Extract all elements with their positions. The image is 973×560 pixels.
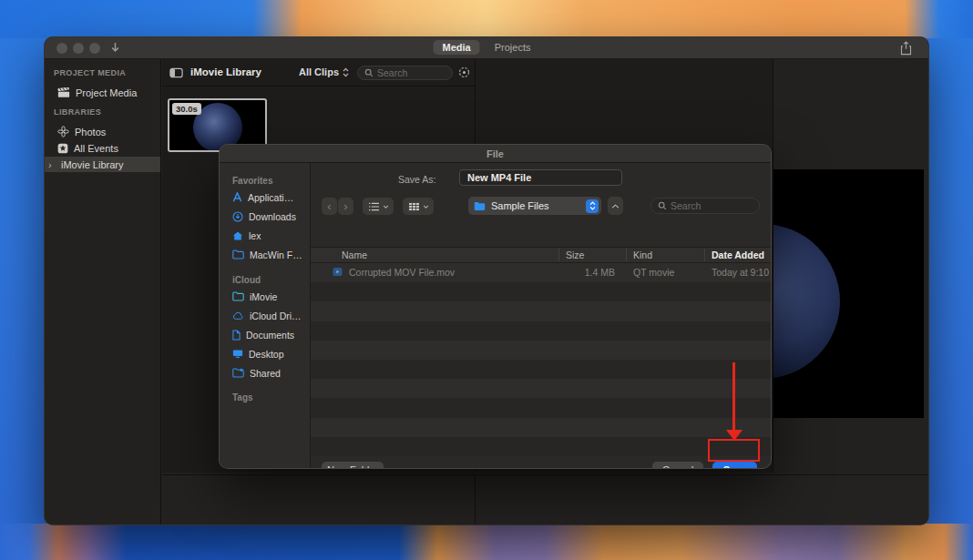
sidebar-item-applications[interactable]: Applicati…	[232, 190, 293, 204]
viewer-screen	[773, 169, 924, 418]
sidebar-item-downloads[interactable]: Downloads	[232, 209, 296, 223]
sidebar-item-label: lex	[249, 230, 261, 241]
dialog-content: Save As: ‹ › Sample Files	[311, 163, 771, 468]
sidebar-item-label: Applicati…	[248, 192, 293, 203]
table-row[interactable]: Corrupted MOV File.mov 1.4 MB QT movie T…	[311, 263, 771, 282]
column-size[interactable]: Size	[566, 249, 584, 260]
favorites-header: Favorites	[232, 176, 272, 186]
browser-title: iMovie Library	[190, 66, 261, 77]
import-download-icon[interactable]	[110, 42, 120, 55]
sidebar-item-label: Photos	[75, 127, 106, 137]
column-name[interactable]: Name	[342, 249, 367, 260]
sidebar-item-label: All Events	[74, 143, 118, 154]
sidebar-item-label: Shared	[250, 368, 281, 379]
new-folder-button[interactable]: New Folder	[322, 462, 384, 469]
empty-row	[311, 437, 771, 456]
tab-projects[interactable]: Projects	[486, 40, 540, 55]
empty-row	[311, 379, 771, 398]
finder-sidebar: Favorites Applicati… Downloads lex MacWi…	[220, 163, 311, 468]
clips-filter-dropdown[interactable]: All Clips	[299, 66, 349, 77]
disclosure-chevron-icon[interactable]: ›	[48, 159, 56, 170]
minimize-window-button[interactable]	[73, 43, 84, 54]
grid-view-button[interactable]	[403, 198, 434, 215]
column-divider[interactable]	[704, 249, 705, 261]
project-media-header: PROJECT MEDIA	[54, 68, 126, 77]
titlebar: Media Projects	[45, 37, 928, 59]
folder-icon	[232, 249, 244, 260]
icloud-header: iCloud	[232, 275, 261, 285]
sidebar-item-label: Downloads	[249, 211, 296, 222]
filter-icon[interactable]	[458, 66, 470, 78]
shared-folder-icon	[232, 368, 244, 378]
forward-button[interactable]: ›	[338, 198, 353, 215]
browser-search-field[interactable]	[357, 66, 453, 80]
sidebar-item-imovie-folder[interactable]: iMovie	[232, 290, 277, 303]
empty-row	[311, 398, 771, 417]
file-name: Corrupted MOV File.mov	[349, 267, 455, 278]
downloads-icon	[232, 211, 243, 222]
chevron-left-icon: ‹	[327, 199, 331, 214]
zoom-window-button[interactable]	[89, 43, 100, 54]
cancel-button[interactable]: Cancel	[652, 462, 703, 469]
location-label: Sample Files	[491, 200, 549, 211]
tab-media[interactable]: Media	[434, 40, 480, 55]
list-view-button[interactable]	[363, 198, 394, 215]
timeline-area	[162, 474, 928, 525]
browser-search-input[interactable]	[377, 67, 446, 78]
sidebar-item-label: iCloud Dri…	[250, 311, 302, 321]
empty-row	[311, 321, 771, 341]
chevron-right-icon: ›	[343, 199, 347, 214]
sidebar-item-imovie-library[interactable]: › iMovie Library	[45, 157, 160, 172]
file-row-corrupted-mov[interactable]: Corrupted MOV File.mov 1.4 MB QT movie T…	[311, 263, 771, 282]
sidebar-item-macwin-folder[interactable]: MacWin F…	[232, 248, 302, 261]
share-icon[interactable]	[900, 41, 912, 56]
empty-row	[311, 341, 771, 360]
applications-icon	[232, 192, 242, 202]
earth-preview-image	[773, 224, 840, 379]
save-dialog: File Favorites Applicati… Downloads lex …	[219, 144, 772, 469]
save-as-input[interactable]	[459, 169, 622, 186]
dialog-search-input[interactable]	[671, 200, 753, 211]
sidebar-item-label: iMovie Library	[61, 159, 123, 170]
file-list-header: Name Size Kind Date Added	[311, 247, 771, 263]
column-divider[interactable]	[558, 249, 559, 261]
collapse-dialog-button[interactable]	[608, 197, 623, 215]
column-divider[interactable]	[626, 249, 627, 261]
sidebar-item-home[interactable]: lex	[232, 229, 261, 242]
location-dropdown[interactable]: Sample Files	[468, 197, 601, 215]
close-window-button[interactable]	[56, 43, 67, 54]
sidebar-item-icloud-drive[interactable]: iCloud Dri…	[232, 309, 302, 322]
column-kind[interactable]: Kind	[633, 249, 652, 260]
desktop-icon	[232, 349, 243, 359]
clapperboard-icon	[57, 87, 70, 98]
tags-header: Tags	[232, 392, 253, 402]
empty-row	[311, 301, 771, 321]
save-button[interactable]: Save	[712, 462, 757, 469]
chevron-down-icon	[383, 205, 389, 209]
clip-duration-badge: 30.0s	[172, 103, 201, 115]
search-icon	[364, 68, 374, 77]
sidebar-item-desktop[interactable]: Desktop	[232, 347, 284, 361]
sidebar-item-all-events[interactable]: All Events	[45, 140, 160, 156]
sidebar-item-shared[interactable]: Shared	[232, 366, 281, 380]
back-button[interactable]: ‹	[322, 198, 337, 215]
annotation-highlight-rect	[708, 439, 760, 462]
column-date-added[interactable]: Date Added	[712, 249, 764, 260]
libraries-header: LIBRARIES	[54, 107, 101, 117]
dialog-search-field[interactable]	[650, 198, 760, 214]
file-date-added: Today at 9:10 P	[712, 267, 772, 278]
chevron-down-icon	[423, 205, 429, 209]
dialog-title: File	[220, 145, 771, 163]
sidebar-item-photos[interactable]: Photos	[45, 124, 160, 139]
search-icon	[658, 201, 667, 210]
folder-icon	[474, 201, 486, 211]
list-view-icon	[368, 202, 380, 211]
cloud-icon	[232, 311, 244, 321]
wallpaper-top	[0, 0, 973, 38]
sidebar-item-project-media[interactable]: Project Media	[45, 85, 160, 100]
chevron-up-icon	[611, 204, 620, 209]
sidebar-toggle-icon[interactable]	[169, 67, 183, 78]
chevron-up-down-icon[interactable]	[586, 199, 599, 213]
save-as-label: Save As:	[398, 174, 435, 185]
sidebar-item-documents[interactable]: Documents	[232, 328, 294, 341]
